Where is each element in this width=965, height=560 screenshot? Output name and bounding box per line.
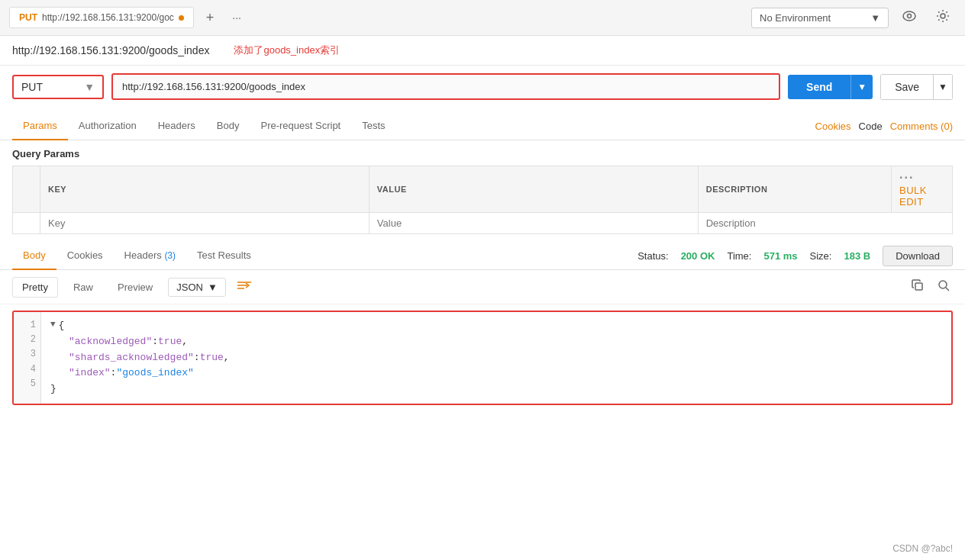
copy-icon-button[interactable]	[909, 276, 927, 298]
status-label: Status:	[637, 250, 668, 262]
request-tabs: Params Authorization Headers Body Pre-re…	[0, 112, 965, 140]
row-checkbox-cell	[13, 213, 40, 234]
format-row: Pretty Raw Preview JSON ▼	[0, 270, 965, 304]
tabs-right: Cookies Code Comments (0)	[815, 121, 953, 132]
active-tab[interactable]: PUT http://192.168.156.131:9200/goc	[9, 7, 194, 28]
format-tab-raw[interactable]: Raw	[64, 278, 102, 297]
search-icon-button[interactable]	[934, 276, 953, 298]
code-link[interactable]: Code	[859, 121, 883, 132]
line-numbers: 1 2 3 4 5	[14, 312, 41, 404]
key-input[interactable]	[48, 217, 361, 229]
save-chevron-button[interactable]: ▼	[934, 74, 953, 100]
env-area: No Environment ▼	[751, 6, 956, 29]
request-row: PUT ▼ Send ▼ Save ▼	[12, 73, 953, 100]
top-bar: PUT http://192.168.156.131:9200/goc + ··…	[0, 0, 965, 36]
wrap-icon	[237, 279, 252, 291]
format-select[interactable]: JSON ▼	[168, 278, 226, 297]
tab-authorization[interactable]: Authorization	[68, 112, 147, 140]
add-tab-button[interactable]: +	[200, 8, 221, 27]
eye-icon	[902, 11, 916, 21]
tab-tests[interactable]: Tests	[351, 112, 395, 140]
fold-icon[interactable]: ▼	[50, 318, 56, 332]
format-chevron: ▼	[208, 282, 218, 293]
response-status-area: Status: 200 OK Time: 571 ms Size: 183 B …	[637, 246, 953, 266]
url-input[interactable]	[111, 73, 780, 100]
comments-link[interactable]: Comments (0)	[890, 121, 953, 132]
cookies-link[interactable]: Cookies	[815, 121, 851, 132]
more-dots-button[interactable]: ···	[899, 171, 914, 184]
params-table: KEY VALUE DESCRIPTION ··· Bulk Edit	[12, 166, 953, 234]
row-desc-cell[interactable]	[698, 213, 952, 234]
size-value: 183 B	[844, 250, 870, 262]
save-button-group: Save ▼	[880, 74, 953, 100]
svg-rect-6	[915, 283, 922, 290]
code-line-3: "shards_acknowledged" : true ,	[50, 350, 942, 366]
download-button[interactable]: Download	[883, 246, 953, 266]
response-tab-test-results[interactable]: Test Results	[186, 242, 262, 270]
method-select[interactable]: PUT ▼	[12, 75, 104, 99]
wrap-button[interactable]	[232, 278, 257, 297]
tab-headers[interactable]: Headers	[147, 112, 206, 140]
tab-unsaved-dot	[179, 15, 184, 21]
response-tab-body[interactable]: Body	[12, 242, 56, 270]
settings-icon-button[interactable]	[930, 6, 956, 29]
response-tab-cookies[interactable]: Cookies	[56, 242, 114, 270]
status-value: 200 OK	[681, 250, 715, 262]
code-line-2: "acknowledged" : true ,	[50, 334, 942, 350]
code-area: 1 2 3 4 5 ▼ { "acknowledged" : true , "s…	[12, 311, 953, 405]
code-line-4: "index" : "goods_index"	[50, 365, 942, 381]
line-num-5: 5	[18, 377, 36, 391]
svg-point-7	[939, 281, 947, 288]
tab-method: PUT	[19, 12, 37, 23]
more-tabs-button[interactable]: ···	[226, 10, 247, 25]
format-value: JSON	[176, 282, 203, 293]
value-input[interactable]	[377, 217, 690, 229]
eye-icon-button[interactable]	[896, 8, 922, 27]
query-params-section: Query Params KEY VALUE DESCRIPTION ··· B…	[0, 140, 965, 234]
format-tab-preview[interactable]: Preview	[108, 278, 162, 297]
line-num-3: 3	[18, 347, 36, 362]
code-content: ▼ { "acknowledged" : true , "shards_ackn…	[41, 312, 951, 404]
bulk-edit-button[interactable]: Bulk Edit	[899, 185, 927, 208]
method-chevron: ▼	[84, 81, 95, 93]
th-actions: ··· Bulk Edit	[892, 166, 953, 213]
url-display: http://192.168.156.131:9200/goods_index	[12, 44, 209, 56]
tab-params[interactable]: Params	[12, 112, 68, 140]
svg-point-2	[941, 14, 945, 18]
url-bar: http://192.168.156.131:9200/goods_index …	[0, 36, 965, 66]
response-tabs: Body Cookies Headers (3) Test Results St…	[0, 242, 965, 270]
code-line-5: }	[50, 381, 942, 397]
url-annotation: 添加了goods_index索引	[234, 43, 340, 57]
line-num-4: 4	[18, 362, 36, 377]
th-description: DESCRIPTION	[698, 166, 891, 213]
send-button-group: Send ▼	[788, 75, 873, 99]
environment-select[interactable]: No Environment ▼	[751, 8, 889, 28]
th-key: KEY	[40, 166, 370, 213]
th-value: VALUE	[369, 166, 698, 213]
format-right-actions	[909, 276, 953, 298]
tab-body[interactable]: Body	[206, 112, 250, 140]
empty-space	[0, 411, 965, 457]
tab-url: http://192.168.156.131:9200/goc	[42, 12, 174, 23]
code-line-1: ▼ {	[50, 318, 942, 334]
footer: CSDN @?abc!	[892, 543, 953, 554]
format-tab-pretty[interactable]: Pretty	[12, 277, 58, 298]
svg-point-0	[903, 11, 915, 21]
row-value-cell[interactable]	[369, 213, 698, 234]
tab-pre-request-script[interactable]: Pre-request Script	[250, 112, 351, 140]
headers-badge: (3)	[164, 250, 176, 261]
table-row	[13, 213, 953, 234]
row-key-cell[interactable]	[40, 213, 370, 234]
env-value: No Environment	[760, 12, 831, 24]
tab-area: PUT http://192.168.156.131:9200/goc + ··…	[9, 7, 247, 28]
response-tab-headers[interactable]: Headers (3)	[114, 242, 186, 270]
send-button[interactable]: Send	[788, 75, 850, 99]
desc-input[interactable]	[706, 217, 944, 229]
footer-text: CSDN @?abc!	[892, 543, 953, 554]
save-button[interactable]: Save	[880, 74, 934, 100]
size-label: Size:	[810, 250, 832, 262]
env-chevron: ▼	[870, 12, 880, 24]
query-params-title: Query Params	[12, 148, 953, 159]
request-area: PUT ▼ Send ▼ Save ▼	[0, 73, 965, 108]
send-chevron-button[interactable]: ▼	[850, 75, 873, 99]
